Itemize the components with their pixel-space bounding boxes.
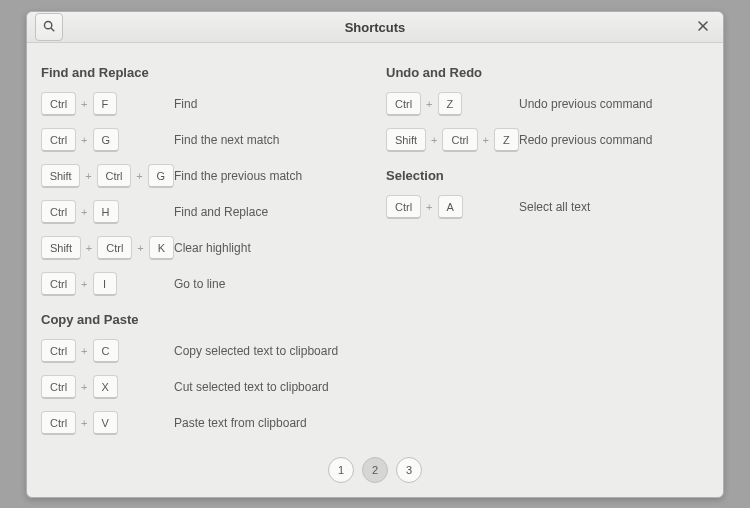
search-button[interactable] [35,13,63,41]
key-combo: Ctrl+A [386,195,519,219]
shortcuts-window: Shortcuts Find and ReplaceCtrl+FFindCtrl… [26,11,724,498]
svg-line-1 [51,27,54,30]
plus-separator: + [483,134,489,146]
page-button-2[interactable]: 2 [362,457,388,483]
shortcut-row: Ctrl+XCut selected text to clipboard [41,373,364,401]
page-switcher: 123 [27,445,723,497]
shortcut-row: Shift+Ctrl+ZRedo previous command [386,126,709,154]
plus-separator: + [81,381,87,393]
key-cap: Shift [41,236,81,260]
content-area: Find and ReplaceCtrl+FFindCtrl+GFind the… [27,43,723,445]
plus-separator: + [136,170,142,182]
key-cap: I [93,272,117,296]
shortcut-row: Ctrl+HFind and Replace [41,198,364,226]
key-cap: Ctrl [41,339,76,363]
key-cap: Ctrl [97,164,132,188]
shortcut-description: Find [174,97,197,111]
plus-separator: + [81,98,87,110]
shortcut-description: Select all text [519,200,590,214]
shortcut-row: Ctrl+GFind the next match [41,126,364,154]
key-cap: Ctrl [41,375,76,399]
header-bar: Shortcuts [27,12,723,43]
key-cap: Ctrl [41,411,76,435]
shortcut-description: Copy selected text to clipboard [174,344,338,358]
shortcut-description: Find and Replace [174,205,268,219]
section-title: Undo and Redo [386,65,709,80]
left-column: Find and ReplaceCtrl+FFindCtrl+GFind the… [41,61,364,445]
shortcut-description: Redo previous command [519,133,652,147]
key-combo: Ctrl+H [41,200,174,224]
shortcut-row: Ctrl+VPaste text from clipboard [41,409,364,437]
key-cap: X [93,375,118,399]
key-cap: Shift [41,164,80,188]
shortcut-row: Ctrl+FFind [41,90,364,118]
key-cap: Ctrl [41,272,76,296]
key-cap: Ctrl [41,128,76,152]
plus-separator: + [81,278,87,290]
shortcut-description: Undo previous command [519,97,652,111]
key-cap: Ctrl [386,195,421,219]
key-cap: Ctrl [41,92,76,116]
plus-separator: + [426,98,432,110]
key-combo: Shift+Ctrl+G [41,164,174,188]
key-combo: Ctrl+F [41,92,174,116]
key-cap: G [148,164,174,188]
key-cap: Z [438,92,463,116]
plus-separator: + [426,201,432,213]
shortcut-description: Find the previous match [174,169,302,183]
shortcut-row: Shift+Ctrl+KClear highlight [41,234,364,262]
key-cap: G [93,128,120,152]
plus-separator: + [86,242,92,254]
plus-separator: + [81,206,87,218]
key-cap: F [93,92,118,116]
shortcut-description: Clear highlight [174,241,251,255]
shortcut-description: Find the next match [174,133,279,147]
close-button[interactable] [691,15,715,39]
plus-separator: + [81,345,87,357]
shortcut-description: Paste text from clipboard [174,416,307,430]
shortcut-row: Ctrl+ZUndo previous command [386,90,709,118]
key-cap: H [93,200,119,224]
search-icon [42,19,56,36]
plus-separator: + [431,134,437,146]
section-title: Find and Replace [41,65,364,80]
key-cap: C [93,339,119,363]
plus-separator: + [81,417,87,429]
key-cap: Ctrl [41,200,76,224]
plus-separator: + [137,242,143,254]
svg-point-0 [44,21,51,28]
key-combo: Ctrl+I [41,272,174,296]
key-cap: V [93,411,118,435]
section-title: Selection [386,168,709,183]
plus-separator: + [85,170,91,182]
key-cap: Shift [386,128,426,152]
shortcut-description: Cut selected text to clipboard [174,380,329,394]
page-button-3[interactable]: 3 [396,457,422,483]
key-combo: Ctrl+V [41,411,174,435]
window-title: Shortcuts [27,20,723,35]
key-cap: Ctrl [442,128,477,152]
key-cap: Z [494,128,519,152]
shortcut-row: Ctrl+CCopy selected text to clipboard [41,337,364,365]
close-icon [697,19,709,35]
shortcut-row: Ctrl+ASelect all text [386,193,709,221]
key-combo: Shift+Ctrl+Z [386,128,519,152]
page-button-1[interactable]: 1 [328,457,354,483]
key-cap: Ctrl [97,236,132,260]
plus-separator: + [81,134,87,146]
key-combo: Ctrl+Z [386,92,519,116]
shortcut-description: Go to line [174,277,225,291]
key-combo: Ctrl+C [41,339,174,363]
key-combo: Ctrl+X [41,375,174,399]
section-title: Copy and Paste [41,312,364,327]
shortcut-row: Ctrl+IGo to line [41,270,364,298]
key-cap: A [438,195,463,219]
shortcut-row: Shift+Ctrl+GFind the previous match [41,162,364,190]
key-combo: Ctrl+G [41,128,174,152]
key-cap: Ctrl [386,92,421,116]
key-cap: K [149,236,174,260]
right-column: Undo and RedoCtrl+ZUndo previous command… [386,61,709,445]
key-combo: Shift+Ctrl+K [41,236,174,260]
